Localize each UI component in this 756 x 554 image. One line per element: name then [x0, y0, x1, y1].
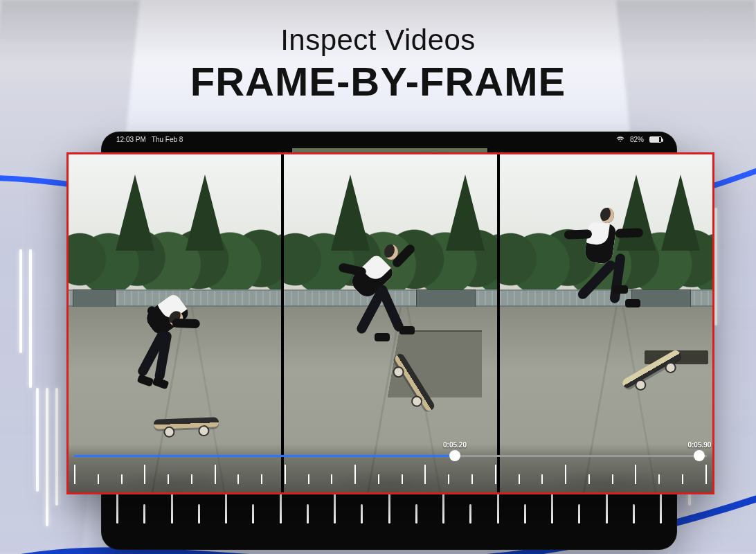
panel-timeline-label-a: 0:05.20 [443, 441, 467, 449]
promo-headline: Inspect Videos FRAME-BY-FRAME [0, 24, 756, 105]
frame-strip [69, 154, 712, 492]
panel-timeline-marker-a[interactable] [449, 450, 460, 461]
statusbar-time: 12:03 PM [116, 136, 146, 143]
frame-compare-panel: 0:05.20 0:05.90 [66, 152, 714, 494]
skater-pose-1 [166, 313, 167, 314]
skater-pose-2 [373, 269, 374, 270]
panel-timeline-label-b: 0:05.90 [687, 441, 711, 449]
headline-line1: Inspect Videos [0, 24, 756, 57]
video-frame-3[interactable] [497, 154, 712, 492]
video-frame-1[interactable] [69, 154, 281, 492]
panel-timeline-progress [74, 455, 460, 457]
panel-timeline-ruler [74, 465, 707, 488]
statusbar-battery-pct: 82% [630, 136, 644, 143]
wifi-icon [616, 135, 624, 143]
statusbar-date: Thu Feb 8 [152, 136, 183, 143]
battery-icon [649, 136, 662, 143]
panel-timeline-marker-b[interactable] [694, 450, 705, 461]
promo-stage: Inspect Videos FRAME-BY-FRAME 12:03 PM T… [0, 0, 756, 554]
skater-pose-3 [602, 235, 602, 236]
headline-line2: FRAME-BY-FRAME [0, 58, 756, 105]
decor-ticks-left [19, 249, 61, 388]
panel-timeline: 0:05.20 0:05.90 [69, 444, 712, 492]
status-bar: 12:03 PM Thu Feb 8 82% [101, 132, 677, 147]
skateboard-1 [154, 417, 219, 429]
